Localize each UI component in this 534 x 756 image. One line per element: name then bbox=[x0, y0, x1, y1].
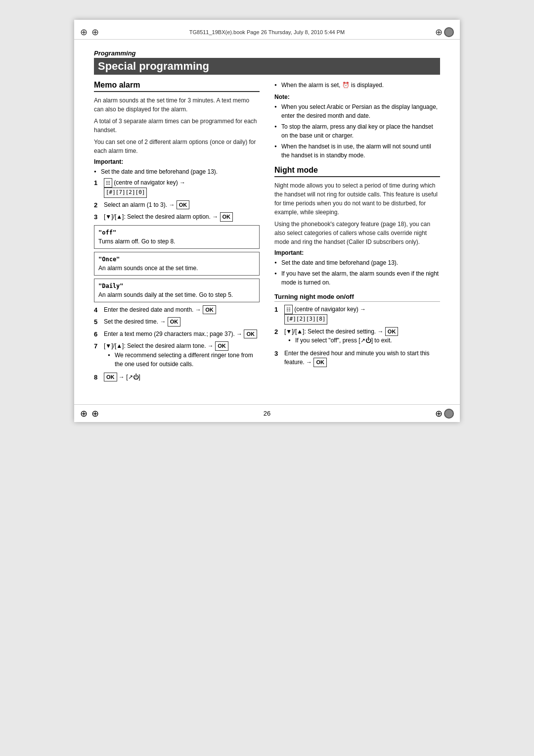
important-bullet-1: Set the date and time beforehand (page 1… bbox=[94, 167, 260, 176]
night-bullet-2: If you have set the alarm, the alarm sou… bbox=[274, 269, 440, 287]
memo-alarm-title: Memo alarm bbox=[94, 81, 260, 92]
option-once-box: "Once" An alarm sounds once at the set t… bbox=[94, 252, 260, 276]
step-7-content: [▼]/[▲]: Select the desired alarm tone. … bbox=[104, 341, 260, 370]
header-file-info: TG8511_19BX(e).book Page 26 Thursday, Ju… bbox=[189, 29, 345, 35]
intro-text-2: A total of 3 separate alarm times can be… bbox=[94, 117, 260, 135]
alarm-set-text: When the alarm is set, ⏰ is displayed. bbox=[281, 82, 384, 89]
ok-box-7: OK bbox=[215, 341, 228, 351]
night-step-2-num: 2 bbox=[274, 327, 282, 347]
step-7-bullet: We recommend selecting a different ringe… bbox=[104, 351, 260, 369]
step-5: 5 Set the desired time. → OK bbox=[94, 317, 260, 327]
ok-box-8: OK bbox=[104, 373, 117, 382]
step-6-text: Enter a text memo (29 characters max.; p… bbox=[104, 331, 242, 337]
n-step1-a: (centre of navigator key) → bbox=[293, 306, 366, 313]
night-intro: Night mode allows you to select a period… bbox=[274, 181, 440, 217]
step-1-content: ☷ (centre of navigator key) → [#][7][2][… bbox=[104, 178, 260, 198]
step-8-num: 8 bbox=[94, 373, 102, 382]
menu-icon: ☷ bbox=[104, 178, 112, 188]
footer-crosshair-left: ⊕ bbox=[80, 408, 88, 419]
step-5-num: 5 bbox=[94, 317, 102, 327]
footer-crosshair-left2: ⊕ bbox=[91, 408, 99, 419]
step-1: 1 ☷ (centre of navigator key) → [#][7][2… bbox=[94, 178, 260, 198]
intro-text-1: An alarm sounds at the set time for 3 mi… bbox=[94, 96, 260, 114]
night-step-3-content: Enter the desired hour and minute you wi… bbox=[284, 349, 440, 367]
step-6-num: 6 bbox=[94, 330, 102, 339]
important-label-right: Important: bbox=[274, 249, 440, 256]
step-3-text: [▼]/[▲]: Select the desired alarm option… bbox=[104, 213, 218, 220]
step-3: 3 [▼]/[▲]: Select the desired alarm opti… bbox=[94, 212, 260, 222]
option-off-label: "off" bbox=[98, 229, 116, 236]
night-step-3-num: 3 bbox=[274, 349, 282, 367]
programming-label: Programming bbox=[94, 49, 440, 57]
intro-text-3: You can set one of 2 different alarm opt… bbox=[94, 138, 260, 155]
option-daily-desc: An alarm sounds daily at the set time. G… bbox=[98, 291, 233, 298]
two-column-layout: Memo alarm An alarm sounds at the set ti… bbox=[94, 81, 440, 384]
n-step2-text: [▼]/[▲]: Select the desired setting. → bbox=[284, 328, 384, 335]
step-5-content: Set the desired time. → OK bbox=[104, 317, 260, 327]
step-5-text: Set the desired time. → bbox=[104, 318, 166, 325]
step-4: 4 Enter the desired date and month. → OK bbox=[94, 305, 260, 315]
step-6: 6 Enter a text memo (29 characters max.;… bbox=[94, 330, 260, 339]
step-2-num: 2 bbox=[94, 200, 102, 210]
note-bullet-3: When the handset is in use, the alarm wi… bbox=[274, 142, 440, 160]
step-7-num: 7 bbox=[94, 341, 102, 370]
turning-label: Turning night mode on/off bbox=[274, 293, 440, 302]
note-label: Note: bbox=[274, 94, 440, 100]
step-2-text: Select an alarm (1 to 3). → bbox=[104, 201, 175, 208]
step-1-a: (centre of navigator key) → bbox=[112, 179, 185, 186]
n-step3-text: Enter the desired hour and minute you wi… bbox=[284, 350, 430, 366]
footer-circle-right bbox=[444, 409, 454, 419]
right-column: When the alarm is set, ⏰ is displayed. N… bbox=[274, 81, 440, 384]
night-step-1-num: 1 bbox=[274, 305, 282, 325]
night-step-2-content: [▼]/[▲]: Select the desired setting. → O… bbox=[284, 327, 440, 347]
page-number: 26 bbox=[264, 410, 270, 417]
header-crosshair-left: ⊕ bbox=[80, 27, 88, 38]
step-7-text: [▼]/[▲]: Select the desired alarm tone. … bbox=[104, 342, 214, 349]
night-step-1-content: ☷ (centre of navigator key) → [#][2][3][… bbox=[284, 305, 440, 325]
ok-box-4: OK bbox=[203, 305, 216, 315]
step-8-content: OK → [↗⏻] bbox=[104, 373, 260, 382]
night-step-2-bullet: If you select "off", press [↗⏻] to exit. bbox=[284, 336, 440, 345]
night-mode-title: Night mode bbox=[274, 166, 440, 177]
step-4-text: Enter the desired date and month. → bbox=[104, 306, 201, 313]
ok-box-6: OK bbox=[244, 330, 257, 339]
step-7: 7 [▼]/[▲]: Select the desired alarm tone… bbox=[94, 341, 260, 370]
step-4-content: Enter the desired date and month. → OK bbox=[104, 305, 260, 315]
ok-box-2: OK bbox=[177, 200, 190, 210]
step-2-content: Select an alarm (1 to 3). → OK bbox=[104, 200, 260, 210]
step-6-content: Enter a text memo (29 characters max.; p… bbox=[104, 330, 260, 339]
alarm-set-bullet: When the alarm is set, ⏰ is displayed. bbox=[274, 81, 440, 90]
option-once-desc: An alarm sounds once at the set time. bbox=[98, 265, 198, 272]
important-label-left: Important: bbox=[94, 158, 260, 165]
night-step-2: 2 [▼]/[▲]: Select the desired setting. →… bbox=[274, 327, 440, 347]
footer-crosshair-right: ⊕ bbox=[435, 408, 443, 419]
option-daily-box: "Daily" An alarm sounds daily at the set… bbox=[94, 279, 260, 302]
step-1-keys: [#][7][2][0] bbox=[104, 188, 147, 198]
option-daily-label: "Daily" bbox=[98, 283, 124, 289]
arrow-right: → [↗⏻] bbox=[119, 374, 140, 380]
page-wrapper: ⊕ ⊕ TG8511_19BX(e).book Page 26 Thursday… bbox=[74, 20, 460, 422]
page-header: ⊕ ⊕ TG8511_19BX(e).book Page 26 Thursday… bbox=[74, 20, 460, 40]
menu-icon-night: ☷ bbox=[284, 305, 293, 314]
step-3-content: [▼]/[▲]: Select the desired alarm option… bbox=[104, 212, 260, 222]
ok-box-n2: OK bbox=[385, 327, 399, 336]
night-step-1: 1 ☷ (centre of navigator key) → [#][2][3… bbox=[274, 305, 440, 325]
note-bullet-2: To stop the alarm, press any dial key or… bbox=[274, 122, 440, 140]
left-column: Memo alarm An alarm sounds at the set ti… bbox=[94, 81, 260, 384]
ok-box-n3: OK bbox=[313, 358, 327, 367]
night-step-3: 3 Enter the desired hour and minute you … bbox=[274, 349, 440, 367]
note-bullet-1: When you select Arabic or Persian as the… bbox=[274, 102, 440, 120]
step-2: 2 Select an alarm (1 to 3). → OK bbox=[94, 200, 260, 210]
step-8: 8 OK → [↗⏻] bbox=[94, 373, 260, 382]
ok-box-3: OK bbox=[220, 212, 233, 222]
step-1-num: 1 bbox=[94, 178, 102, 198]
option-off-desc: Turns alarm off. Go to step 8. bbox=[98, 238, 175, 245]
page-content: Programming Special programming Memo ala… bbox=[74, 40, 460, 404]
page-footer: ⊕ ⊕ 26 ⊕ bbox=[74, 404, 460, 422]
night-feature: Using the phonebook's category feature (… bbox=[274, 220, 440, 246]
step-4-num: 4 bbox=[94, 305, 102, 315]
night-step-1-keys: [#][2][3][8] bbox=[284, 314, 327, 325]
night-bullet-1: Set the date and time beforehand (page 1… bbox=[274, 258, 440, 267]
header-crosshair-left2: ⊕ bbox=[91, 27, 99, 38]
option-off-box: "off" Turns alarm off. Go to step 8. bbox=[94, 225, 260, 249]
